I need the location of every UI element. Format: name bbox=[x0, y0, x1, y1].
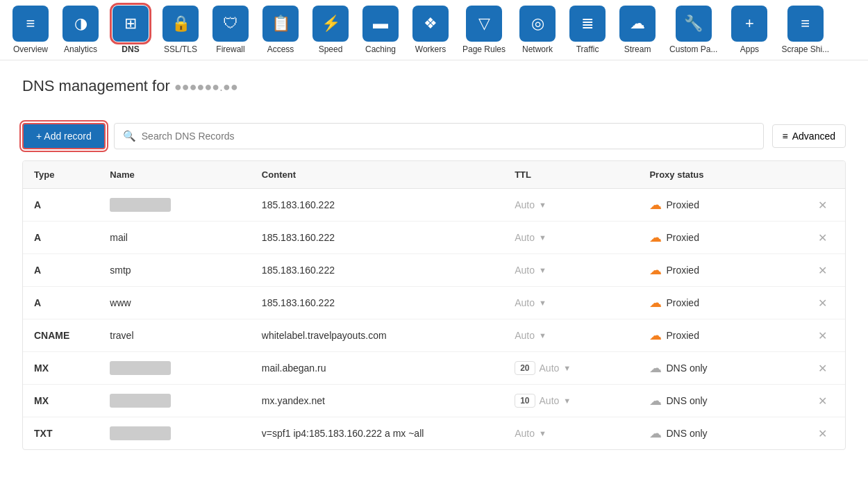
cloud-icon: ☁ bbox=[649, 360, 662, 376]
cell-delete: ✕ bbox=[807, 319, 845, 352]
table-row: Asmtp185.183.160.222Auto▼☁Proxied✕ bbox=[23, 254, 845, 287]
nav-item-custom-pages[interactable]: 🔧Custom Pa... bbox=[662, 0, 724, 60]
delete-button[interactable]: ✕ bbox=[818, 297, 827, 309]
nav-item-analytics[interactable]: ◑Analytics bbox=[56, 0, 106, 60]
cell-proxy-status: ☁Proxied bbox=[638, 222, 807, 254]
cloud-icon: ☁ bbox=[649, 262, 662, 278]
nav-item-overview[interactable]: ≡Overview bbox=[6, 0, 56, 60]
nav-item-dns[interactable]: ⊞DNS bbox=[106, 0, 156, 60]
table-body: A●●●●●●.●●185.183.160.222Auto▼☁Proxied✕A… bbox=[23, 189, 845, 450]
delete-button[interactable]: ✕ bbox=[818, 199, 827, 211]
nav-label-caching: Caching bbox=[365, 44, 396, 54]
cell-type: MX bbox=[23, 385, 99, 417]
table-row: CNAMEtravelwhitelabel.travelpayouts.comA… bbox=[23, 319, 845, 352]
nav-item-access[interactable]: 📋Access bbox=[256, 0, 306, 60]
nav-label-traffic: Traffic bbox=[576, 44, 599, 54]
cell-content: mail.abegan.ru bbox=[251, 352, 503, 385]
cell-proxy-status: ☁DNS only bbox=[638, 352, 807, 385]
dns-table-wrapper: Type Name Content TTL Proxy status A●●●●… bbox=[22, 160, 846, 450]
cell-proxy-status: ☁DNS only bbox=[638, 385, 807, 417]
delete-button[interactable]: ✕ bbox=[818, 395, 827, 407]
cell-name: smtp bbox=[99, 254, 251, 287]
cell-type: A bbox=[23, 254, 99, 287]
nav-label-page-rules: Page Rules bbox=[462, 44, 506, 54]
cell-name: mail bbox=[99, 222, 251, 254]
search-container: 🔍 bbox=[114, 123, 764, 149]
cell-content: 185.183.160.222 bbox=[251, 189, 503, 222]
delete-button[interactable]: ✕ bbox=[818, 428, 827, 440]
nav-label-scrape-shield: Scrape Shi... bbox=[781, 44, 829, 54]
table-row: Amail185.183.160.222Auto▼☁Proxied✕ bbox=[23, 222, 845, 254]
nav-item-caching[interactable]: ▬Caching bbox=[356, 0, 406, 60]
ssl-tls-icon: 🔒 bbox=[162, 6, 199, 42]
cell-content: 185.183.160.222 bbox=[251, 254, 503, 287]
nav-item-network[interactable]: ◎Network bbox=[512, 0, 562, 60]
delete-button[interactable]: ✕ bbox=[818, 265, 827, 276]
top-navigation: ≡Overview◑Analytics⊞DNS🔒SSL/TLS🛡Firewall… bbox=[0, 0, 868, 60]
domain-name: ●●●●●●.●● bbox=[174, 80, 238, 94]
cell-ttl: Auto▼ bbox=[503, 417, 638, 450]
nav-item-apps[interactable]: +Apps bbox=[724, 0, 774, 60]
cell-delete: ✕ bbox=[807, 385, 845, 417]
nav-item-page-rules[interactable]: ▽Page Rules bbox=[456, 0, 512, 60]
cell-type: MX bbox=[23, 352, 99, 385]
nav-item-traffic[interactable]: ≣Traffic bbox=[562, 0, 612, 60]
cell-ttl: Auto▼ bbox=[503, 287, 638, 319]
cloud-icon: ☁ bbox=[649, 295, 662, 310]
nav-label-analytics: Analytics bbox=[64, 44, 97, 54]
proxy-label: Proxied bbox=[666, 297, 699, 308]
table-row: MX●●●●●●.●●mail.abegan.ru20Auto▼☁DNS onl… bbox=[23, 352, 845, 385]
advanced-icon: ≡ bbox=[783, 131, 788, 142]
col-ttl: TTL bbox=[503, 161, 638, 189]
dns-icon: ⊞ bbox=[112, 6, 149, 42]
nav-item-scrape-shield[interactable]: ≡Scrape Shi... bbox=[774, 0, 836, 60]
nav-label-stream: Stream bbox=[624, 44, 651, 54]
delete-button[interactable]: ✕ bbox=[818, 232, 827, 244]
overview-icon: ≡ bbox=[12, 6, 49, 42]
nav-label-overview: Overview bbox=[13, 44, 48, 54]
cell-ttl: Auto▼ bbox=[503, 222, 638, 254]
delete-button[interactable]: ✕ bbox=[818, 330, 827, 342]
cell-delete: ✕ bbox=[807, 189, 845, 222]
nav-label-ssl-tls: SSL/TLS bbox=[164, 44, 197, 54]
search-icon: 🔍 bbox=[123, 130, 136, 142]
cell-ttl: Auto▼ bbox=[503, 319, 638, 352]
network-icon: ◎ bbox=[519, 6, 556, 42]
proxy-label: DNS only bbox=[666, 428, 707, 439]
nav-label-apps: Apps bbox=[740, 44, 759, 54]
search-input[interactable] bbox=[142, 131, 755, 142]
analytics-icon: ◑ bbox=[62, 6, 99, 42]
cell-content: 185.183.160.222 bbox=[251, 287, 503, 319]
nav-label-workers: Workers bbox=[415, 44, 446, 54]
cell-name: travel bbox=[99, 319, 251, 352]
cell-type: CNAME bbox=[23, 319, 99, 352]
cell-ttl: Auto▼ bbox=[503, 189, 638, 222]
toolbar: + Add record 🔍 ≡ Advanced bbox=[22, 112, 846, 160]
nav-label-access: Access bbox=[267, 44, 294, 54]
nav-item-ssl-tls[interactable]: 🔒SSL/TLS bbox=[156, 0, 206, 60]
nav-item-speed[interactable]: ⚡Speed bbox=[306, 0, 356, 60]
advanced-button[interactable]: ≡ Advanced bbox=[772, 124, 846, 148]
firewall-icon: 🛡 bbox=[212, 6, 249, 42]
nav-item-firewall[interactable]: 🛡Firewall bbox=[206, 0, 256, 60]
cell-name: ●●●●●●.●● bbox=[99, 189, 251, 222]
cell-content: v=spf1 ip4:185.183.160.222 a mx ~all bbox=[251, 417, 503, 450]
proxy-label: Proxied bbox=[666, 232, 699, 243]
nav-item-workers[interactable]: ❖Workers bbox=[406, 0, 456, 60]
cloud-icon: ☁ bbox=[649, 426, 662, 441]
speed-icon: ⚡ bbox=[312, 6, 349, 42]
cloud-icon: ☁ bbox=[649, 393, 662, 408]
cell-delete: ✕ bbox=[807, 254, 845, 287]
cell-proxy-status: ☁Proxied bbox=[638, 287, 807, 319]
col-proxy-status: Proxy status bbox=[638, 161, 807, 189]
cell-content: whitelabel.travelpayouts.com bbox=[251, 319, 503, 352]
stream-icon: ☁ bbox=[619, 6, 656, 42]
caching-icon: ▬ bbox=[362, 6, 399, 42]
delete-button[interactable]: ✕ bbox=[818, 362, 827, 374]
nav-item-stream[interactable]: ☁Stream bbox=[612, 0, 662, 60]
cell-content: mx.yandex.net bbox=[251, 385, 503, 417]
add-record-button[interactable]: + Add record bbox=[22, 123, 106, 149]
nav-label-speed: Speed bbox=[319, 44, 343, 54]
scrape-shield-icon: ≡ bbox=[787, 6, 824, 42]
page-title-text: DNS management for bbox=[22, 77, 170, 94]
